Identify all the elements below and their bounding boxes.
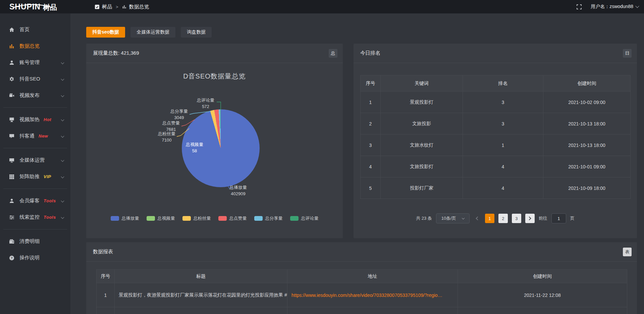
table-row: 5投影灯厂家42021-10-09 18:00 xyxy=(361,177,631,199)
pie-label-fans: 总粉丝量7100 xyxy=(153,131,180,144)
tab-douyin-seo-data[interactable]: 抖音seo数据 xyxy=(86,27,125,38)
sidebar-item-help[interactable]: ? 操作说明 xyxy=(0,250,70,266)
legend-chip xyxy=(218,216,227,221)
table-row: 1景观投影灯32021-10-02 09:00 xyxy=(361,92,631,113)
chevron-down-icon xyxy=(61,118,64,121)
daily-view-badge[interactable]: 日 xyxy=(623,49,632,58)
tab-all-media-data[interactable]: 全媒体运营数据 xyxy=(130,27,175,38)
sidebar-item-video-heat[interactable]: 视频加热 Hot xyxy=(0,111,70,128)
sidebar-item-doukutong[interactable]: 抖客通 New xyxy=(0,128,70,144)
breadcrumb-root[interactable]: 树品 xyxy=(102,4,112,10)
table-row xyxy=(97,307,627,314)
sidebar-item-label: 会员爆客 xyxy=(19,198,40,204)
overview-panel-header: 展现量总数: 421,369 xyxy=(86,44,343,63)
sidebar-item-account[interactable]: 账号管理 xyxy=(0,54,70,71)
sidebar-item-home[interactable]: 首页 xyxy=(0,21,70,38)
pagination: 共 23 条 10条/页 1 2 3 前往 页 xyxy=(354,213,637,223)
next-page-button[interactable] xyxy=(525,214,535,223)
tab-inquiry-data[interactable]: 询盘数据 xyxy=(181,27,212,38)
sidebar-divider xyxy=(3,189,67,189)
page-button-1[interactable]: 1 xyxy=(485,214,494,223)
username-label[interactable]: 用户名：zswodun88 xyxy=(591,4,633,10)
video-link[interactable]: https://www.iesdouyin.com/share/video/70… xyxy=(291,293,442,298)
breadcrumb-current[interactable]: 数据总览 xyxy=(129,4,149,10)
chevron-down-icon xyxy=(61,135,64,138)
chart-title: D音SEO数据量总览 xyxy=(86,72,343,81)
prev-page-button[interactable] xyxy=(474,214,481,223)
overview-panel: 展现量总数: 421,369 总 D音SEO数据量总览 总评论量572 总分享量… xyxy=(86,44,343,238)
legend-item-comments[interactable]: 总评论量 xyxy=(290,215,319,221)
sidebar-divider xyxy=(3,229,67,229)
logo-arc-icon xyxy=(11,4,54,8)
pie-label-plays: 总播放量402909 xyxy=(225,185,252,197)
legend-chip xyxy=(290,216,299,221)
legend-item-fans[interactable]: 总粉丝量 xyxy=(182,215,211,221)
sidebar-item-label: 线索监控 xyxy=(19,214,40,220)
sidebar-item-all-media[interactable]: 全媒体运营 xyxy=(0,152,70,168)
table-view-badge[interactable]: 表 xyxy=(623,248,632,256)
legend-chip xyxy=(111,216,119,221)
table-row: 2文旅投影32021-10-13 18:00 xyxy=(361,113,631,135)
chevron-down-icon xyxy=(61,61,64,64)
table-row: 4文旅投影灯42021-10-01 09:00 xyxy=(361,156,631,177)
screen-heat-icon xyxy=(9,117,14,122)
sidebar-item-label: 抖音SEO xyxy=(19,76,40,82)
sidebar-item-label: 首页 xyxy=(19,27,30,33)
chevron-down-icon xyxy=(61,94,64,97)
report-table-header-row: 序号 标题 地址 创建时间 xyxy=(97,270,627,283)
page-button-3[interactable]: 3 xyxy=(512,214,521,223)
report-panel-header: 数据报表 xyxy=(86,242,637,262)
sidebar-item-expense-detail[interactable]: 消费明细 xyxy=(0,233,70,250)
legend-chip xyxy=(147,216,155,221)
sidebar-item-matrix-boost[interactable]: 矩阵助推 VIP xyxy=(0,168,70,185)
chart-legend: 总播放量 总视频量 总粉丝量 总点赞量 总分享量 总评论量 xyxy=(86,215,343,221)
legend-item-shares[interactable]: 总分享量 xyxy=(254,215,283,221)
legend-item-likes[interactable]: 总点赞量 xyxy=(218,215,247,221)
pie-label-comments: 总评论量572 xyxy=(192,97,219,110)
sidebar-item-label: 视频加热 xyxy=(19,116,40,123)
app-window-icon xyxy=(95,4,100,9)
grid-icon xyxy=(9,174,14,179)
breadcrumb-separator: > xyxy=(116,4,118,9)
table-row: 3文旅水纹灯12021-10-13 18:00 xyxy=(361,135,631,156)
pagination-total: 共 23 条 xyxy=(416,215,432,221)
sidebar-item-video-publish[interactable]: 视频发布 xyxy=(0,87,70,104)
page-button-2[interactable]: 2 xyxy=(498,214,508,223)
rank-table-header-row: 序号 关键词 排名 创建时间 xyxy=(361,75,631,92)
sidebar-item-member-burst[interactable]: 会员爆客 Tools xyxy=(0,193,70,209)
sidebar-item-data-overview[interactable]: 数据总览 xyxy=(0,38,70,54)
page-size-select[interactable]: 10条/页 xyxy=(436,213,470,223)
video-camera-icon xyxy=(9,93,14,98)
topbar: SHUPIN 树品 树品 > 数据总览 用户名：zswodun88 xyxy=(0,0,644,13)
page-unit-label: 页 xyxy=(570,215,575,221)
report-panel-title: 数据报表 xyxy=(93,249,113,255)
legend-item-videos[interactable]: 总视频量 xyxy=(147,215,175,221)
table-row: 1 景观投影灯，夜游景观投影灯厂家展示展示落花灯在花园里的灯光投影应用效果 # … xyxy=(97,283,627,307)
chevron-down-icon xyxy=(61,175,64,178)
bar-chart-icon xyxy=(9,44,14,49)
wallet-icon xyxy=(9,239,14,244)
sidebar: 首页 数据总览 账号管理 抖音SEO 视频发布 视频加热 Hot 抖客通 New… xyxy=(0,13,70,314)
goto-page-input[interactable] xyxy=(551,213,566,223)
user-menu-chevron-down-icon[interactable] xyxy=(635,4,639,8)
data-tabs: 抖音seo数据 全媒体运营数据 询盘数据 xyxy=(86,27,212,38)
fullscreen-icon[interactable] xyxy=(576,4,582,10)
hot-badge: Hot xyxy=(44,117,51,122)
legend-chip xyxy=(182,216,191,221)
pie-label-shares: 总分享量3049 xyxy=(166,108,193,121)
legend-item-plays[interactable]: 总播放量 xyxy=(111,215,139,221)
impressions-total-label: 展现量总数: 421,369 xyxy=(93,50,139,56)
goto-label: 前往 xyxy=(539,215,547,221)
breadcrumb: 树品 > 数据总览 xyxy=(95,4,149,10)
main-content: 抖音seo数据 全媒体运营数据 询盘数据 展现量总数: 421,369 总 D音… xyxy=(70,13,644,314)
chevron-down-icon xyxy=(61,159,64,162)
sliders-icon xyxy=(9,215,14,220)
total-view-badge[interactable]: 总 xyxy=(329,49,337,58)
sidebar-item-label: 数据总览 xyxy=(19,43,40,49)
sidebar-item-lead-monitor[interactable]: 线索监控 Tools xyxy=(0,209,70,225)
sidebar-item-label: 操作说明 xyxy=(19,255,40,261)
sidebar-item-label: 抖客通 xyxy=(19,133,35,139)
vip-badge: VIP xyxy=(44,174,51,179)
sidebar-divider xyxy=(3,107,67,108)
sidebar-item-douyin-seo[interactable]: 抖音SEO xyxy=(0,71,70,87)
